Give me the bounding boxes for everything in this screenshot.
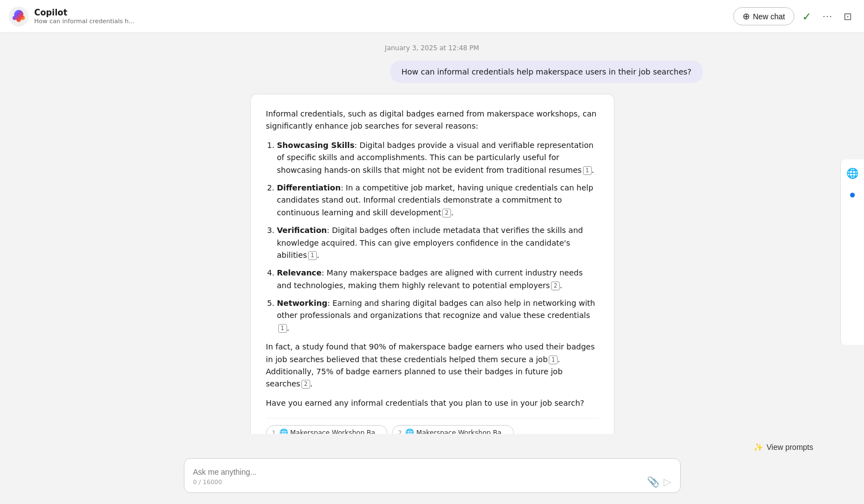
header-title-block: Copilot How can informal credentials h..… xyxy=(34,8,134,25)
sources-row: 1 🌐 Makerspace Workshop Ba... 2 🌐 Makers… xyxy=(266,418,598,434)
user-message-bubble: How can informal credentials help makers… xyxy=(390,61,702,83)
citation-4[interactable]: 2 xyxy=(551,282,560,290)
circle-edge-icon: ● xyxy=(849,188,856,200)
header-subtitle: How can informal credentials h... xyxy=(34,18,134,25)
copilot-logo xyxy=(9,7,29,26)
citation-2[interactable]: 2 xyxy=(442,209,451,217)
ai-conclusion-text: In fact, a study found that 90% of maker… xyxy=(266,341,598,390)
globe-edge-button[interactable]: 🌐 xyxy=(843,163,862,182)
point-label: Verification xyxy=(277,226,327,235)
source-label-1: Makerspace Workshop Ba... xyxy=(290,428,382,434)
list-item: Differentiation: In a competitive job ma… xyxy=(277,182,598,219)
list-item: Showcasing Skills: Digital badges provid… xyxy=(277,139,598,176)
source-chip-2[interactable]: 2 🌐 Makerspace Workshop Ba... xyxy=(392,425,514,434)
citation-6[interactable]: 1 xyxy=(549,356,558,364)
circle-edge-button[interactable]: ● xyxy=(843,184,862,204)
citation-5[interactable]: 1 xyxy=(278,324,287,333)
globe-icon-2: 🌐 xyxy=(405,427,414,434)
plus-circle-icon: ⊕ xyxy=(743,11,750,22)
ai-question-text: Have you earned any informal credentials… xyxy=(266,397,598,409)
ai-response-card: Informal credentials, such as digital ba… xyxy=(250,94,614,434)
view-prompts-button[interactable]: ✨ View prompts xyxy=(749,441,818,454)
app-header: Copilot How can informal credentials h..… xyxy=(0,0,864,33)
source-chip-1[interactable]: 1 🌐 Makerspace Workshop Ba... xyxy=(266,425,388,434)
sidebar-toggle-button[interactable]: ⊡ xyxy=(840,7,855,26)
list-item: Networking: Earning and sharing digital … xyxy=(277,297,598,334)
citation-3[interactable]: 1 xyxy=(308,251,317,260)
citation-7[interactable]: 2 xyxy=(301,380,310,389)
citation-1[interactable]: 1 xyxy=(583,166,592,175)
list-item: Verification: Digital badges often inclu… xyxy=(277,224,598,261)
list-item: Relevance: Many makerspace badges are al… xyxy=(277,267,598,291)
input-actions: 📎 ▷ xyxy=(647,476,671,488)
point-label: Networking xyxy=(277,299,327,307)
source-label-2: Makerspace Workshop Ba... xyxy=(416,428,508,434)
point-label: Differentiation xyxy=(277,183,341,192)
sparkle-icon: ✨ xyxy=(754,443,763,452)
point-label: Relevance xyxy=(277,268,322,277)
app-title: Copilot xyxy=(34,8,134,18)
view-prompts-label: View prompts xyxy=(766,443,813,452)
point-label: Showcasing Skills xyxy=(277,141,354,150)
new-chat-button[interactable]: ⊕ New chat xyxy=(733,7,794,25)
ai-intro-text: Informal credentials, such as digital ba… xyxy=(266,108,598,132)
attach-button[interactable]: 📎 xyxy=(647,476,659,488)
header-right: ⊕ New chat ✓ ··· ⊡ xyxy=(733,7,855,26)
ellipsis-icon: ··· xyxy=(823,10,833,22)
chat-input[interactable] xyxy=(193,468,671,476)
shield-button[interactable]: ✓ xyxy=(799,7,815,26)
char-count: 0 / 16000 xyxy=(193,479,222,486)
source-number-1: 1 xyxy=(272,428,276,434)
globe-icon-1: 🌐 xyxy=(279,427,288,434)
chat-content: January 3, 2025 at 12:48 PM How can info… xyxy=(0,44,864,434)
globe-edge-icon: 🌐 xyxy=(846,167,858,179)
main-content: January 3, 2025 at 12:48 PM How can info… xyxy=(0,33,864,504)
new-chat-label: New chat xyxy=(753,12,785,21)
input-box: 0 / 16000 📎 ▷ xyxy=(184,458,681,493)
source-number-2: 2 xyxy=(398,428,402,434)
paperclip-icon: 📎 xyxy=(647,476,659,487)
send-button[interactable]: ▷ xyxy=(664,476,671,488)
arrow-annotation xyxy=(140,427,261,434)
input-footer: 0 / 16000 📎 ▷ xyxy=(193,476,671,488)
chat-area: January 3, 2025 at 12:48 PM How can info… xyxy=(0,33,864,434)
ai-points-list: Showcasing Skills: Digital badges provid… xyxy=(266,139,598,334)
more-options-button[interactable]: ··· xyxy=(819,7,836,25)
bottom-area: ✨ View prompts 0 / 16000 📎 ▷ xyxy=(0,434,864,504)
send-icon: ▷ xyxy=(664,476,671,487)
sidebar-icon: ⊡ xyxy=(844,10,852,23)
view-prompts-row: ✨ View prompts xyxy=(13,441,851,454)
ai-response-wrapper: Informal credentials, such as digital ba… xyxy=(250,94,614,434)
shield-icon: ✓ xyxy=(802,10,812,23)
message-timestamp: January 3, 2025 at 12:48 PM xyxy=(385,44,479,52)
header-left: Copilot How can informal credentials h..… xyxy=(9,7,134,26)
right-edge-panel: 🌐 ● xyxy=(840,159,864,345)
